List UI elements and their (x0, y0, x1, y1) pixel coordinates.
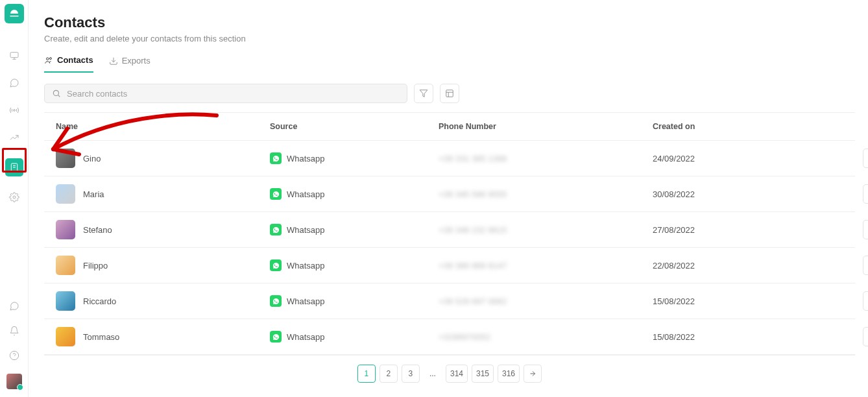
chat-icon[interactable] (8, 77, 21, 90)
broadcast-icon[interactable] (8, 104, 21, 117)
source-label: Whatsapp (287, 261, 325, 271)
page-314[interactable]: 314 (446, 365, 468, 383)
contact-name: Maria (83, 189, 104, 199)
page-2[interactable]: 2 (380, 365, 398, 383)
search-wrap (44, 84, 407, 103)
contact-avatar (56, 291, 75, 311)
settings-icon[interactable] (8, 191, 21, 204)
source-cell: Whatsapp (270, 188, 439, 200)
phone-cell: +39 345 586 9555 (439, 189, 653, 199)
whatsapp-badge-icon (270, 188, 282, 200)
phone-cell: +39 331 385 1388 (439, 154, 653, 163)
table-row[interactable]: Gino Whatsapp +39 331 385 1388 24/09/202… (44, 141, 855, 176)
tab-exports[interactable]: Exports (109, 55, 151, 73)
table-row[interactable]: Riccardo Whatsapp +39 529 697 0882 15/08… (44, 283, 855, 319)
col-phone: Phone Number (439, 122, 653, 131)
svg-point-7 (13, 196, 16, 198)
app-logo[interactable] (5, 4, 24, 23)
row-more-button[interactable] (863, 184, 868, 204)
created-cell: 15/08/2022 (653, 296, 847, 306)
svg-point-13 (53, 90, 58, 95)
phone-cell: +39 529 697 0882 (439, 296, 653, 306)
contact-avatar (56, 149, 75, 168)
whatsapp-badge-icon (270, 224, 282, 235)
pagination: 123...314315316 (44, 355, 855, 396)
action-cell (847, 184, 868, 204)
toolbar (44, 84, 855, 103)
sidebar-bottom (0, 300, 29, 389)
table-row[interactable]: Filippo Whatsapp +39 389 989 8147 22/08/… (44, 248, 855, 283)
row-more-button[interactable] (863, 149, 868, 168)
col-created: Created on (653, 122, 847, 131)
page-316[interactable]: 316 (498, 365, 520, 383)
contacts-table: Name Source Phone Number Created on Gino… (44, 112, 855, 355)
page-1[interactable]: 1 (357, 365, 376, 383)
source-cell: Whatsapp (270, 331, 439, 343)
phone-cell: +3298970052 (439, 332, 653, 342)
filter-icon (419, 89, 428, 98)
source-cell: Whatsapp (270, 259, 439, 271)
contact-name: Filippo (83, 261, 108, 271)
contact-avatar (56, 327, 75, 346)
table-row[interactable]: Maria Whatsapp +39 345 586 9555 30/08/20… (44, 176, 855, 212)
whatsapp-badge-icon (270, 152, 282, 164)
row-more-button[interactable] (863, 220, 868, 239)
help-icon[interactable] (8, 349, 21, 362)
contact-avatar (56, 256, 75, 275)
row-more-button[interactable] (863, 256, 868, 275)
page-next[interactable] (524, 365, 542, 383)
main-content: Contacts Create, edit and delete your co… (29, 0, 868, 397)
page-subtitle: Create, edit and delete your contacts fr… (44, 34, 855, 43)
contact-name: Stefano (83, 225, 112, 235)
whatsapp-icon[interactable] (8, 300, 21, 313)
tabs: Contacts Exports (44, 55, 855, 73)
svg-point-10 (47, 57, 49, 60)
tab-contacts-label: Contacts (57, 55, 93, 65)
action-cell (847, 256, 868, 275)
created-cell: 15/08/2022 (653, 332, 847, 342)
name-cell: Gino (56, 149, 270, 168)
arrow-right-icon (529, 370, 536, 378)
name-cell: Stefano (56, 220, 270, 239)
row-more-button[interactable] (863, 291, 868, 311)
page-315[interactable]: 315 (472, 365, 494, 383)
name-cell: Filippo (56, 256, 270, 275)
bell-icon[interactable] (8, 324, 21, 337)
contact-name: Tommaso (83, 332, 119, 342)
created-cell: 27/08/2022 (653, 225, 847, 235)
svg-rect-16 (446, 90, 453, 97)
created-cell: 24/09/2022 (653, 154, 847, 163)
whatsapp-badge-icon (270, 259, 282, 271)
table-row[interactable]: Tommaso Whatsapp +3298970052 15/08/2022 (44, 319, 855, 355)
monitor-icon[interactable] (8, 49, 21, 62)
row-more-button[interactable] (863, 327, 868, 346)
contact-avatar (56, 184, 75, 204)
search-input[interactable] (44, 84, 407, 103)
source-cell: Whatsapp (270, 224, 439, 235)
svg-rect-0 (10, 53, 18, 58)
contacts-icon[interactable] (5, 158, 23, 176)
tab-contacts[interactable]: Contacts (44, 55, 93, 73)
svg-point-11 (49, 57, 51, 59)
trending-icon[interactable] (8, 131, 21, 144)
action-cell (847, 220, 868, 239)
created-cell: 22/08/2022 (653, 261, 847, 271)
filter-button[interactable] (414, 84, 433, 103)
name-cell: Riccardo (56, 291, 270, 311)
whatsapp-badge-icon (270, 331, 282, 343)
svg-line-14 (58, 95, 60, 97)
user-avatar[interactable] (6, 374, 22, 389)
sidebar-nav (5, 49, 23, 204)
source-cell: Whatsapp (270, 295, 439, 307)
col-name: Name (56, 122, 270, 131)
source-label: Whatsapp (287, 189, 325, 199)
svg-marker-15 (420, 90, 428, 97)
table-header: Name Source Phone Number Created on (44, 113, 855, 141)
source-label: Whatsapp (287, 154, 325, 163)
page-3[interactable]: 3 (402, 365, 420, 383)
table-row[interactable]: Stefano Whatsapp +39 349 232 9815 27/08/… (44, 212, 855, 248)
columns-button[interactable] (440, 84, 459, 103)
search-icon (52, 89, 61, 98)
svg-point-3 (13, 110, 15, 112)
sidebar (0, 0, 29, 397)
